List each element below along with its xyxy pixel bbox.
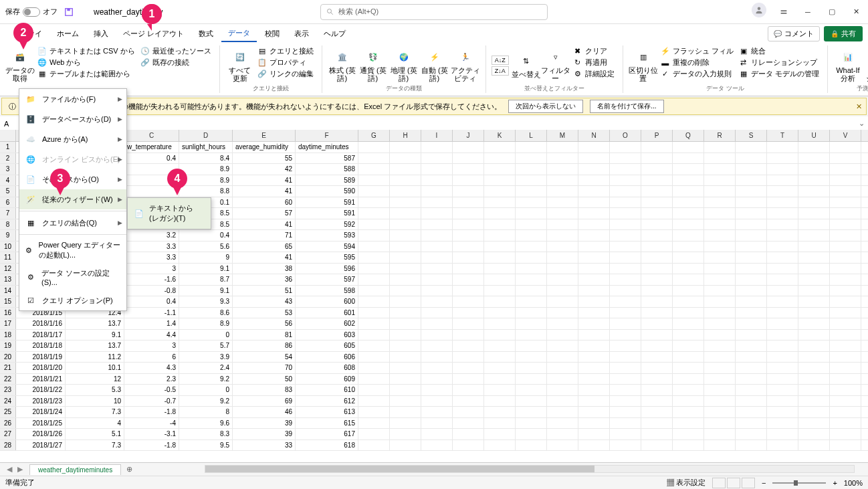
cell[interactable] — [421, 440, 453, 451]
cell[interactable] — [767, 252, 798, 263]
cell[interactable]: -3.1 — [124, 429, 179, 439]
cell[interactable] — [484, 363, 516, 373]
cell[interactable] — [830, 374, 861, 385]
cell[interactable] — [736, 274, 767, 285]
close-icon[interactable]: ✕ — [856, 102, 862, 111]
cell[interactable] — [358, 286, 390, 296]
cell[interactable] — [610, 230, 641, 241]
cell[interactable] — [453, 197, 484, 208]
cell[interactable] — [578, 296, 610, 307]
cell[interactable] — [421, 241, 453, 252]
cell[interactable] — [358, 175, 390, 186]
cell[interactable] — [798, 252, 830, 263]
cell[interactable] — [358, 153, 390, 164]
cell[interactable] — [736, 142, 767, 153]
cell[interactable] — [390, 352, 421, 363]
cell[interactable] — [547, 308, 578, 318]
row-header[interactable]: 9 — [0, 230, 16, 241]
cell[interactable] — [516, 197, 547, 208]
cell[interactable] — [641, 274, 673, 285]
cell[interactable] — [736, 286, 767, 296]
cell[interactable]: 13.7 — [66, 318, 124, 329]
cell[interactable]: 8.6 — [179, 308, 233, 318]
cell[interactable] — [830, 407, 861, 417]
cell[interactable]: 2018/1/23 — [16, 396, 66, 407]
properties-button[interactable]: 📋プロパティ — [255, 57, 316, 68]
autosave-toggle[interactable]: 保存 オフ — [5, 7, 58, 17]
cell[interactable]: -0.7 — [124, 396, 179, 407]
cell[interactable] — [798, 142, 830, 153]
cell[interactable] — [358, 274, 390, 285]
menu-from-online[interactable]: 🌐オンライン ビスから(E)▶ — [19, 149, 126, 169]
cell[interactable]: 617 — [296, 429, 358, 439]
cell[interactable] — [578, 352, 610, 363]
cell[interactable] — [547, 407, 578, 417]
cell[interactable] — [547, 241, 578, 252]
save-icon[interactable] — [64, 7, 74, 17]
cell[interactable]: 9.6 — [179, 418, 233, 429]
cell[interactable] — [390, 340, 421, 351]
row-header[interactable]: 7 — [0, 208, 16, 219]
cell[interactable] — [704, 175, 736, 186]
cell[interactable]: 3.9 — [179, 352, 233, 363]
cell[interactable] — [578, 142, 610, 153]
cell[interactable] — [484, 208, 516, 219]
existing-conn-button[interactable]: 🔗既存の接続 — [138, 57, 214, 68]
cell[interactable]: 46 — [233, 407, 296, 417]
cell[interactable] — [798, 164, 830, 175]
cell[interactable] — [736, 318, 767, 329]
cell[interactable] — [358, 186, 390, 197]
cell[interactable]: 11.2 — [66, 352, 124, 363]
cell[interactable] — [798, 440, 830, 451]
cell[interactable] — [736, 296, 767, 307]
cell[interactable]: 9.2 — [179, 374, 233, 385]
cell[interactable] — [767, 197, 798, 208]
zoom-in-icon[interactable]: + — [833, 479, 837, 487]
cell[interactable] — [704, 340, 736, 351]
filter-button[interactable]: ▿フィルター — [541, 45, 570, 86]
row-header[interactable]: 5 — [0, 186, 16, 197]
cell[interactable] — [421, 429, 453, 439]
cell[interactable] — [578, 363, 610, 373]
cell[interactable] — [358, 363, 390, 373]
cell[interactable] — [578, 440, 610, 451]
sheet-nav[interactable]: ◀▶ — [0, 465, 29, 474]
cell[interactable] — [358, 296, 390, 307]
menu-from-other[interactable]: 📄その ースから(O)▶ — [19, 169, 126, 189]
row-header[interactable]: 10 — [0, 241, 16, 252]
cell[interactable] — [578, 374, 610, 385]
cell[interactable]: 597 — [296, 274, 358, 285]
tab-insert[interactable]: 挿入 — [87, 26, 115, 41]
cell[interactable] — [798, 308, 830, 318]
cell[interactable] — [578, 418, 610, 429]
cell[interactable] — [421, 230, 453, 241]
cell[interactable] — [830, 330, 861, 340]
cell[interactable] — [421, 363, 453, 373]
cell[interactable] — [641, 363, 673, 373]
row-header[interactable]: 11 — [0, 252, 16, 263]
cell[interactable] — [421, 418, 453, 429]
cell[interactable] — [453, 153, 484, 164]
cell[interactable] — [390, 363, 421, 373]
cell[interactable]: 618 — [296, 440, 358, 451]
add-sheet-button[interactable]: ⊕ — [121, 465, 138, 474]
cell[interactable] — [578, 274, 610, 285]
cell[interactable] — [798, 374, 830, 385]
cell[interactable] — [830, 186, 861, 197]
cell[interactable] — [798, 429, 830, 439]
cell[interactable] — [390, 308, 421, 318]
cell[interactable] — [830, 219, 861, 230]
cell[interactable]: 12 — [66, 374, 124, 385]
cell[interactable]: 2.4 — [179, 363, 233, 373]
tab-view[interactable]: 表示 — [288, 26, 316, 41]
cell[interactable] — [516, 374, 547, 385]
cell[interactable] — [547, 429, 578, 439]
cell[interactable] — [704, 252, 736, 263]
cell[interactable] — [704, 153, 736, 164]
cell[interactable] — [830, 308, 861, 318]
cell[interactable]: 2018/1/19 — [16, 352, 66, 363]
cell[interactable] — [798, 330, 830, 340]
cell[interactable]: 2018/1/20 — [16, 363, 66, 373]
cell[interactable] — [547, 264, 578, 274]
cell[interactable] — [610, 352, 641, 363]
